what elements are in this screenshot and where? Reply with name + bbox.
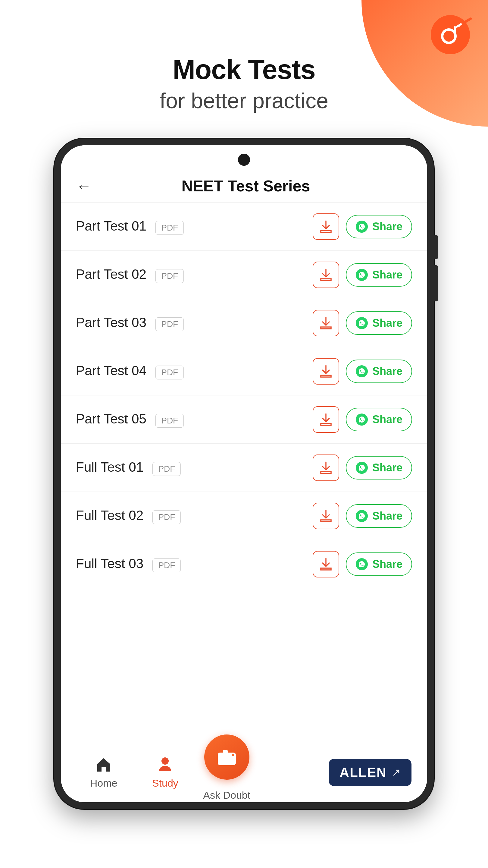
row-actions: Share xyxy=(313,213,412,240)
test-row[interactable]: Part Test 01 PDF Share xyxy=(61,203,427,251)
test-name: Part Test 04 PDF xyxy=(76,363,313,379)
camera-fab[interactable] xyxy=(204,735,250,780)
download-icon xyxy=(318,508,333,524)
test-name: Part Test 01 PDF xyxy=(76,218,313,235)
share-button[interactable]: Share xyxy=(346,408,412,431)
test-row[interactable]: Part Test 02 PDF Share xyxy=(61,251,427,299)
download-button[interactable] xyxy=(313,551,339,578)
share-label: Share xyxy=(372,317,402,330)
download-icon xyxy=(318,315,333,331)
study-icon xyxy=(156,755,174,774)
pdf-badge: PDF xyxy=(156,414,184,428)
pdf-badge: PDF xyxy=(153,462,181,476)
download-button[interactable] xyxy=(313,455,339,481)
bottom-nav: Home Study xyxy=(61,742,427,802)
share-button[interactable]: Share xyxy=(346,504,412,528)
phone-screen: ← NEET Test Series Part Test 01 PDF xyxy=(61,145,427,802)
download-button[interactable] xyxy=(313,358,339,384)
svg-point-12 xyxy=(161,757,169,765)
app-header: ← NEET Test Series xyxy=(61,169,427,203)
whatsapp-icon xyxy=(355,220,368,233)
whatsapp-icon xyxy=(355,510,368,522)
study-label: Study xyxy=(152,777,178,789)
share-label: Share xyxy=(372,461,402,474)
share-button[interactable]: Share xyxy=(346,360,412,383)
whatsapp-icon xyxy=(355,365,368,378)
back-button[interactable]: ← xyxy=(76,177,92,195)
pdf-badge: PDF xyxy=(156,221,184,235)
camera-notch xyxy=(238,154,250,166)
phone-container: ← NEET Test Series Part Test 01 PDF xyxy=(54,138,434,809)
home-label: Home xyxy=(90,777,118,789)
download-icon xyxy=(318,364,333,379)
row-actions: Share xyxy=(313,310,412,336)
download-icon xyxy=(318,219,333,234)
download-button[interactable] xyxy=(313,406,339,433)
nav-ask-doubt[interactable]: Ask Doubt xyxy=(200,735,254,801)
pdf-badge: PDF xyxy=(153,558,181,572)
row-actions: Share xyxy=(313,358,412,384)
test-row[interactable]: Part Test 05 PDF Share xyxy=(61,396,427,444)
svg-point-17 xyxy=(232,754,234,756)
pdf-badge: PDF xyxy=(156,269,184,283)
row-actions: Share xyxy=(313,406,412,433)
side-button-power xyxy=(434,265,438,301)
share-button[interactable]: Share xyxy=(346,311,412,335)
ask-doubt-label: Ask Doubt xyxy=(203,789,250,801)
test-row[interactable]: Full Test 03 PDF Share xyxy=(61,540,427,588)
share-button[interactable]: Share xyxy=(346,456,412,479)
share-label: Share xyxy=(372,269,402,281)
whatsapp-icon xyxy=(355,269,368,281)
main-title: Mock Tests xyxy=(0,54,488,85)
share-button[interactable]: Share xyxy=(346,263,412,287)
allen-badge[interactable]: ALLEN ↗ xyxy=(329,759,412,786)
download-button[interactable] xyxy=(313,503,339,529)
share-button[interactable]: Share xyxy=(346,215,412,239)
phone-frame: ← NEET Test Series Part Test 01 PDF xyxy=(54,138,434,809)
test-row[interactable]: Full Test 02 PDF Share xyxy=(61,492,427,540)
test-name: Part Test 05 PDF xyxy=(76,411,313,428)
whatsapp-icon xyxy=(355,317,368,330)
svg-rect-16 xyxy=(223,750,228,753)
whatsapp-icon xyxy=(355,413,368,426)
download-icon xyxy=(318,557,333,572)
test-name: Part Test 02 PDF xyxy=(76,267,313,283)
row-actions: Share xyxy=(313,261,412,288)
logo-area xyxy=(431,15,470,54)
nav-study[interactable]: Study xyxy=(138,755,192,789)
download-button[interactable] xyxy=(313,261,339,288)
download-icon xyxy=(318,267,333,282)
row-actions: Share xyxy=(313,455,412,481)
test-name: Part Test 03 PDF xyxy=(76,315,313,331)
top-bar-notch xyxy=(61,145,427,169)
row-actions: Share xyxy=(313,551,412,578)
svg-point-0 xyxy=(442,30,455,43)
download-button[interactable] xyxy=(313,310,339,336)
screen-title: NEET Test Series xyxy=(104,177,388,195)
test-name: Full Test 03 PDF xyxy=(76,556,313,572)
share-label: Share xyxy=(372,413,402,426)
row-actions: Share xyxy=(313,503,412,529)
share-label: Share xyxy=(372,220,402,233)
share-button[interactable]: Share xyxy=(346,553,412,576)
sub-title: for better practice xyxy=(0,88,488,113)
header-section: Mock Tests for better practice xyxy=(0,54,488,113)
allen-text: ALLEN xyxy=(339,765,387,780)
whatsapp-icon xyxy=(355,558,368,570)
pdf-badge: PDF xyxy=(156,366,184,379)
test-name: Full Test 01 PDF xyxy=(76,460,313,476)
svg-point-15 xyxy=(225,757,229,761)
test-row[interactable]: Part Test 03 PDF Share xyxy=(61,299,427,347)
nav-home[interactable]: Home xyxy=(76,755,131,789)
pdf-badge: PDF xyxy=(156,317,184,331)
share-label: Share xyxy=(372,558,402,570)
test-row[interactable]: Part Test 04 PDF Share xyxy=(61,347,427,396)
pdf-badge: PDF xyxy=(153,510,181,524)
share-label: Share xyxy=(372,510,402,522)
download-button[interactable] xyxy=(313,213,339,240)
test-row[interactable]: Full Test 01 PDF Share xyxy=(61,444,427,492)
test-name: Full Test 02 PDF xyxy=(76,508,313,524)
allen-arrow-icon: ↗ xyxy=(392,766,401,779)
test-list: Part Test 01 PDF Share xyxy=(61,203,427,588)
download-icon xyxy=(318,460,333,475)
